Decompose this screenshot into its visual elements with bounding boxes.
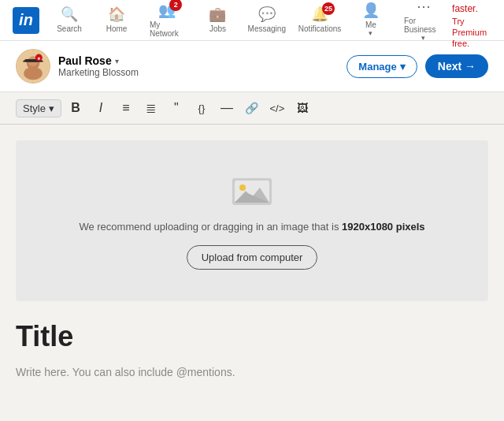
upload-recommendation: We recommend uploading or dragging in an… bbox=[79, 221, 342, 233]
nav-item-messaging-label: Messaging bbox=[248, 24, 286, 33]
nav-item-network-label: My Network bbox=[150, 20, 184, 38]
numbered-list-button[interactable]: ≣ bbox=[140, 97, 162, 119]
messaging-icon: 💬 bbox=[258, 6, 276, 23]
author-actions: Manage ▾ Next → bbox=[346, 54, 488, 78]
notifications-icon: 🔔 25 bbox=[311, 6, 328, 23]
upload-dimensions: 1920x1080 pixels bbox=[342, 221, 425, 233]
grid-icon: ⋯ bbox=[417, 0, 431, 15]
nav-item-me-label: Me bbox=[365, 20, 376, 29]
promo-link[interactable]: Try Premium free. bbox=[452, 16, 491, 50]
author-info: ★ Paul Rose ▾ Marketing Blossom bbox=[16, 49, 139, 84]
nav-item-search-label: Search bbox=[57, 24, 82, 33]
nav-item-home[interactable]: 🏠 Home bbox=[93, 0, 140, 41]
code-inline-button[interactable]: </> bbox=[266, 97, 288, 119]
author-name-row: Paul Rose ▾ bbox=[58, 54, 139, 67]
image-upload-area: We recommend uploading or dragging in an… bbox=[16, 140, 488, 301]
search-icon: 🔍 bbox=[61, 6, 78, 23]
me-icon: 👤 bbox=[362, 2, 380, 19]
style-chevron: ▾ bbox=[49, 102, 54, 114]
code-block-button[interactable]: {} bbox=[191, 97, 213, 119]
article-title[interactable]: Title bbox=[16, 320, 488, 353]
next-label: Next → bbox=[438, 60, 476, 73]
nav-item-business-label: For Business bbox=[404, 17, 443, 34]
author-bar: ★ Paul Rose ▾ Marketing Blossom Manage ▾… bbox=[0, 41, 504, 92]
image-toolbar-button[interactable]: 🖼 bbox=[291, 97, 313, 119]
nav-items: 🔍 Search 🏠 Home 👥 2 My Network 💼 Jobs 💬 … bbox=[46, 0, 452, 41]
nav-item-me[interactable]: 👤 Me ▾ bbox=[347, 0, 395, 41]
home-icon: 🏠 bbox=[108, 6, 125, 23]
nav-item-my-network[interactable]: 👥 2 My Network bbox=[140, 0, 194, 41]
network-icon: 👥 2 bbox=[158, 2, 176, 19]
manage-chevron: ▾ bbox=[400, 61, 406, 73]
next-button[interactable]: Next → bbox=[425, 54, 488, 78]
style-dropdown[interactable]: Style ▾ bbox=[16, 99, 61, 117]
nav-promo: Get hired faster. Try Premium free. bbox=[452, 0, 491, 50]
author-details: Paul Rose ▾ Marketing Blossom bbox=[58, 54, 139, 78]
manage-label: Manage bbox=[358, 61, 396, 73]
linkedin-logo[interactable]: in bbox=[13, 7, 39, 34]
link-button[interactable]: 🔗 bbox=[241, 97, 263, 119]
nav-item-jobs-label: Jobs bbox=[209, 24, 226, 33]
nav-item-for-business[interactable]: ⋯ For Business ▾ bbox=[395, 0, 452, 41]
nav-item-notifications[interactable]: 🔔 25 Notifications bbox=[292, 0, 347, 41]
nav-item-messaging[interactable]: 💬 Messaging bbox=[241, 0, 292, 41]
top-nav: in 🔍 Search 🏠 Home 👥 2 My Network 💼 Jobs… bbox=[0, 0, 504, 41]
nav-item-home-label: Home bbox=[106, 24, 128, 33]
editor-toolbar: Style ▾ B I ≡ ≣ " {} — 🔗 </> 🖼 bbox=[0, 92, 504, 125]
title-placeholder: Title bbox=[16, 320, 73, 352]
jobs-icon: 💼 bbox=[209, 6, 226, 23]
dash-button[interactable]: — bbox=[216, 97, 238, 119]
author-org: Marketing Blossom bbox=[58, 67, 139, 78]
body-placeholder: Write here. You can also include @mentio… bbox=[16, 366, 235, 378]
manage-button[interactable]: Manage ▾ bbox=[346, 55, 417, 78]
nav-right: Get hired faster. Try Premium free. bbox=[452, 0, 491, 50]
author-dropdown-arrow[interactable]: ▾ bbox=[115, 57, 119, 65]
svg-point-11 bbox=[239, 184, 246, 191]
author-name: Paul Rose bbox=[58, 54, 112, 67]
avatar-svg: ★ bbox=[17, 49, 49, 84]
promo-line1: Get hired faster. bbox=[452, 0, 491, 16]
quote-button[interactable]: " bbox=[165, 97, 187, 119]
avatar-image: ★ bbox=[17, 50, 49, 82]
me-chevron: ▾ bbox=[369, 29, 372, 37]
article-body[interactable]: Write here. You can also include @mentio… bbox=[16, 366, 488, 378]
network-badge: 2 bbox=[169, 0, 182, 11]
avatar: ★ bbox=[16, 49, 50, 84]
style-label: Style bbox=[23, 102, 46, 114]
upload-button[interactable]: Upload from computer bbox=[187, 245, 318, 270]
nav-item-jobs[interactable]: 💼 Jobs bbox=[194, 0, 241, 41]
image-placeholder-icon bbox=[228, 172, 276, 211]
svg-point-2 bbox=[24, 67, 43, 80]
upload-button-label: Upload from computer bbox=[202, 251, 303, 263]
main-content: We recommend uploading or dragging in an… bbox=[0, 125, 504, 394]
notifications-badge: 25 bbox=[322, 2, 335, 15]
nav-item-search[interactable]: 🔍 Search bbox=[46, 0, 93, 41]
nav-item-notifications-label: Notifications bbox=[298, 24, 341, 33]
bullet-list-button[interactable]: ≡ bbox=[115, 97, 137, 119]
italic-button[interactable]: I bbox=[90, 97, 112, 119]
image-upload-text: We recommend uploading or dragging in an… bbox=[79, 221, 424, 233]
business-chevron: ▾ bbox=[421, 34, 425, 42]
bold-button[interactable]: B bbox=[65, 97, 87, 119]
